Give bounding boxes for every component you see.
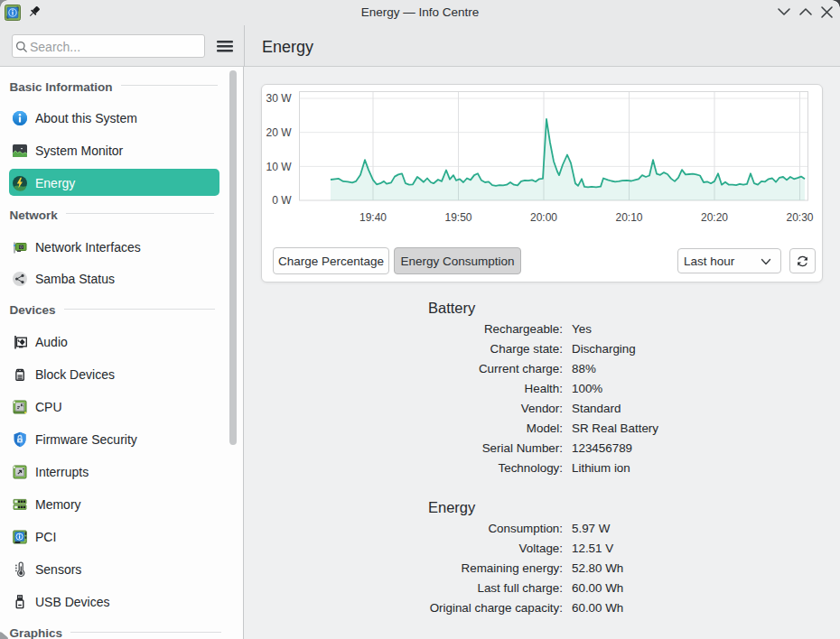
svg-text:0 W: 0 W <box>272 194 292 207</box>
svg-text:19:40: 19:40 <box>359 211 387 224</box>
svg-text:20 W: 20 W <box>266 126 292 139</box>
svg-text:30 W: 30 W <box>266 92 292 105</box>
svg-text:20:20: 20:20 <box>701 211 728 224</box>
svg-text:20:00: 20:00 <box>530 211 557 224</box>
svg-text:20:10: 20:10 <box>615 211 642 224</box>
svg-text:10 W: 10 W <box>266 161 292 173</box>
svg-text:19:50: 19:50 <box>444 211 471 224</box>
svg-text:20:30: 20:30 <box>786 211 813 224</box>
